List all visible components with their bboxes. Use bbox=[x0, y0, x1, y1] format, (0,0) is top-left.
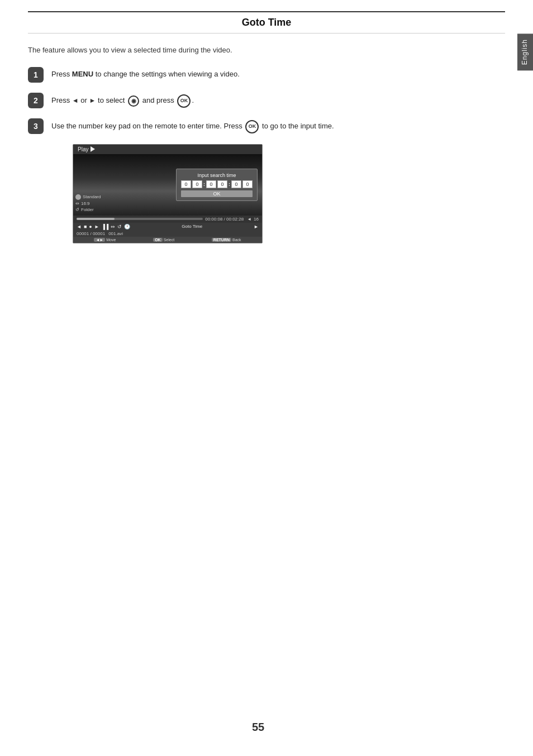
player-sidebar: Standard ⇔ 16:9 ↺ Folder bbox=[73, 154, 107, 216]
step-2-text: Press ◄ or ► to select ◉ and press OK. bbox=[51, 93, 194, 108]
ctrl-menu2: ↺ bbox=[117, 224, 122, 229]
hint-select-badge: OK bbox=[153, 238, 163, 242]
hint-back-badge: RETURN bbox=[212, 238, 231, 242]
hint-move-label: Move bbox=[106, 238, 116, 242]
hint-select-label: Select bbox=[164, 238, 174, 242]
sidebar-standard: Standard bbox=[75, 194, 107, 200]
sidebar-standard-label: Standard bbox=[83, 194, 101, 199]
hint-back: RETURN Back bbox=[212, 238, 241, 242]
time-input-6: 0 bbox=[242, 180, 253, 188]
time-input-1: 0 bbox=[181, 180, 191, 188]
seek-icon: ◄ bbox=[247, 217, 251, 222]
hint-back-label: Back bbox=[232, 238, 241, 242]
player-video-area: Standard ⇔ 16:9 ↺ Folder Input search ti… bbox=[73, 154, 262, 216]
ctrl-clock: 🕐 bbox=[124, 224, 130, 229]
step-1: 1 Press MENU to change the settings when… bbox=[28, 67, 505, 83]
colon-sep-1: : bbox=[203, 181, 205, 187]
step-number-2: 2 bbox=[28, 93, 44, 108]
player-top-bar: Play bbox=[73, 145, 262, 154]
clock-icon: ◉ bbox=[128, 95, 139, 107]
time-input-5: 0 bbox=[231, 180, 241, 188]
play-label: Play bbox=[78, 146, 88, 152]
time-input-4: 0 bbox=[217, 180, 227, 188]
progress-fill bbox=[77, 218, 115, 220]
dialog-ok-button[interactable]: OK bbox=[181, 190, 253, 197]
left-arrow-icon: ◄ bbox=[72, 95, 79, 106]
step-1-text: Press MENU to change the settings when v… bbox=[51, 67, 240, 80]
file-index: 00001 / 00001 bbox=[77, 231, 105, 236]
ratio-icon: ⇔ bbox=[75, 201, 79, 206]
step-number-1: 1 bbox=[28, 67, 44, 83]
search-dialog-title: Input search time bbox=[181, 173, 253, 178]
hint-select: OK Select bbox=[153, 238, 174, 242]
file-name: 001.avi bbox=[108, 231, 123, 236]
player-hint-bar: ◄► Move OK Select RETURN Back bbox=[73, 237, 262, 243]
search-dialog: Input search time 0 0 : 0 0 : 0 0 OK bbox=[176, 169, 258, 201]
folder-icon: ↺ bbox=[75, 207, 79, 212]
hint-move-badge: ◄► bbox=[94, 238, 105, 242]
sidebar-ratio: ⇔ 16:9 bbox=[75, 201, 107, 206]
search-dialog-inputs: 0 0 : 0 0 : 0 0 bbox=[181, 180, 253, 188]
file-info-row: 00001 / 00001 001.avi bbox=[73, 231, 262, 237]
time-total: 00:02:28 bbox=[226, 217, 244, 222]
step-2: 2 Press ◄ or ► to select ◉ and press OK. bbox=[28, 93, 505, 108]
progress-bar-row: 00:00:08 / 00:02:28 ◄ 16 bbox=[77, 217, 259, 222]
player-progress-area: 00:00:08 / 00:02:28 ◄ 16 bbox=[73, 216, 262, 223]
ok-icon-step3: OK bbox=[245, 120, 259, 133]
english-tab: English bbox=[517, 34, 533, 70]
player-mockup: Play Standard ⇔ 16:9 ↺ Folder bbox=[73, 144, 263, 243]
menu-keyword: MENU bbox=[72, 70, 93, 78]
step-3: 3 Use the number key pad on the remote t… bbox=[28, 118, 505, 134]
sidebar-folder: ↺ Folder bbox=[75, 207, 107, 212]
ok-icon: OK bbox=[177, 94, 191, 108]
time-current: 00:00:08 bbox=[205, 217, 222, 222]
time-input-2: 0 bbox=[192, 180, 202, 188]
colon-sep-2: : bbox=[229, 181, 230, 187]
right-arrow-icon: ► bbox=[89, 95, 96, 106]
ctrl-stop: ■ bbox=[84, 224, 87, 229]
ctrl-play: ► bbox=[94, 224, 99, 229]
time-input-3: 0 bbox=[206, 180, 216, 188]
page-number: 55 bbox=[0, 721, 516, 734]
player-controls-row: ◄ ■ ● ► ▐▐ ⇔ ↺ 🕐 Goto Time ► bbox=[73, 223, 262, 231]
page-title: Goto Time bbox=[28, 17, 505, 28]
page-number-player: 16 bbox=[254, 217, 259, 222]
ctrl-pause: ● bbox=[89, 224, 92, 229]
ctrl-menu1: ⇔ bbox=[111, 224, 115, 229]
goto-time-label: Goto Time bbox=[132, 224, 251, 229]
ctrl-prev: ◄ bbox=[77, 224, 82, 229]
sidebar-folder-label: Folder bbox=[81, 207, 94, 212]
play-icon bbox=[91, 146, 95, 152]
hint-move: ◄► Move bbox=[94, 238, 116, 242]
progress-bar bbox=[77, 218, 203, 220]
ctrl-next: ▐▐ bbox=[102, 224, 109, 229]
step-3-text: Use the number key pad on the remote to … bbox=[51, 118, 334, 133]
title-section: Goto Time bbox=[28, 11, 505, 34]
time-display: 00:00:08 / 00:02:28 bbox=[205, 217, 244, 222]
standard-icon bbox=[75, 194, 81, 200]
sidebar-ratio-label: 16:9 bbox=[81, 201, 90, 206]
ctrl-forward: ► bbox=[254, 224, 259, 229]
intro-text: The feature allows you to view a selecte… bbox=[28, 45, 505, 56]
step-number-3: 3 bbox=[28, 118, 44, 134]
